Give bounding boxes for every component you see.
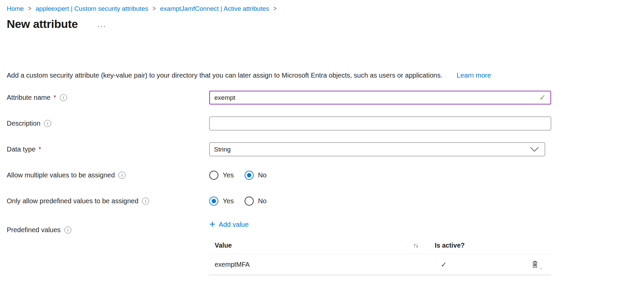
radio-selected-icon[interactable] xyxy=(245,171,254,180)
trash-icon xyxy=(532,261,538,268)
breadcrumb-separator-icon: > xyxy=(28,4,31,14)
only-predefined-yes-option[interactable]: Yes xyxy=(209,197,234,206)
allow-multiple-label: Allow multiple values to be assigned xyxy=(7,171,115,179)
active-check-icon: ✓ xyxy=(435,261,532,269)
info-icon[interactable]: i xyxy=(118,172,126,179)
intro-row: Add a custom security attribute (key-val… xyxy=(7,72,644,79)
add-value-label: Add value xyxy=(219,221,249,228)
chevron-down-icon xyxy=(530,147,539,152)
attribute-name-label-group: Attribute name * i xyxy=(7,94,209,101)
intro-text: Add a custom security attribute (key-val… xyxy=(7,72,442,79)
only-predefined-label-group: Only allow predefined values to be assig… xyxy=(7,197,209,205)
radio-no-label: No xyxy=(258,171,267,179)
description-row: Description i xyxy=(7,117,644,130)
title-row: New attribute ··· xyxy=(7,17,644,31)
data-type-selected-value: String xyxy=(214,146,231,153)
description-control xyxy=(209,117,551,130)
allow-multiple-radio-group: Yes No xyxy=(209,171,551,180)
breadcrumb-home[interactable]: Home xyxy=(7,5,24,13)
breadcrumb-separator-icon: > xyxy=(274,4,277,14)
page-title: New attribute xyxy=(7,17,78,31)
description-label-group: Description i xyxy=(7,120,209,127)
data-type-label: Data type xyxy=(7,145,36,153)
only-predefined-control: Yes No xyxy=(209,197,551,206)
trailing-mark: , xyxy=(540,265,542,268)
radio-yes-label: Yes xyxy=(223,171,234,179)
breadcrumb-separator-icon: > xyxy=(152,4,155,14)
data-type-row: Data type * String xyxy=(7,142,644,156)
allow-multiple-row: Allow multiple values to be assigned i Y… xyxy=(7,168,644,182)
info-icon[interactable]: i xyxy=(44,120,51,127)
radio-yes-label: Yes xyxy=(223,197,234,205)
predefined-values-row: Predefined values i + Add value Value ↑↓… xyxy=(7,220,644,275)
predefined-values-label: Predefined values xyxy=(7,226,61,234)
only-predefined-radio-group: Yes No xyxy=(209,197,551,206)
breadcrumb-custom-security-attributes[interactable]: appleexpert | Custom security attributes xyxy=(36,5,148,13)
table-row: exemptMFA ✓ xyxy=(209,254,551,275)
delete-value-button[interactable] xyxy=(532,261,538,268)
radio-unselected-icon[interactable] xyxy=(209,171,218,180)
learn-more-link[interactable]: Learn more xyxy=(457,72,491,79)
required-asterisk: * xyxy=(53,94,56,101)
attribute-name-label: Attribute name xyxy=(7,94,50,101)
info-icon[interactable]: i xyxy=(64,226,71,234)
radio-unselected-icon[interactable] xyxy=(245,197,254,206)
is-active-column-header: Is active? xyxy=(435,242,532,249)
info-icon[interactable]: i xyxy=(142,198,149,205)
attribute-name-input[interactable] xyxy=(209,91,551,104)
new-attribute-page: Home > appleexpert | Custom security att… xyxy=(0,0,644,297)
add-value-button[interactable]: + Add value xyxy=(209,220,249,229)
row-actions-cell: , xyxy=(532,261,551,268)
predefined-values-control: + Add value Value ↑↓ Is active? exemptMF… xyxy=(209,220,551,275)
attribute-form: Attribute name * i ✓ Description i Data … xyxy=(7,91,644,275)
allow-multiple-no-option[interactable]: No xyxy=(245,171,267,180)
table-header-row: Value ↑↓ Is active? xyxy=(209,237,551,254)
attribute-name-row: Attribute name * i ✓ xyxy=(7,91,644,104)
data-type-control: String xyxy=(209,142,551,156)
data-type-label-group: Data type * xyxy=(7,145,209,153)
allow-multiple-yes-option[interactable]: Yes xyxy=(209,171,234,180)
predefined-values-label-group: Predefined values i xyxy=(7,220,209,234)
only-predefined-row: Only allow predefined values to be assig… xyxy=(7,194,644,208)
required-asterisk: * xyxy=(39,145,41,153)
allow-multiple-control: Yes No xyxy=(209,171,551,180)
breadcrumb: Home > appleexpert | Custom security att… xyxy=(7,5,644,13)
allow-multiple-label-group: Allow multiple values to be assigned i xyxy=(7,171,209,179)
sort-icon[interactable]: ↑↓ xyxy=(413,242,435,249)
breadcrumb-active-attributes[interactable]: examptJamfConnect | Active attributes xyxy=(160,5,269,13)
value-column-header: Value xyxy=(209,242,413,249)
predefined-values-table: Value ↑↓ Is active? exemptMFA ✓ xyxy=(209,237,551,275)
description-input[interactable] xyxy=(209,117,551,130)
plus-icon: + xyxy=(209,220,215,229)
more-commands-icon[interactable]: ··· xyxy=(97,18,106,30)
radio-no-label: No xyxy=(258,197,267,205)
valid-check-icon: ✓ xyxy=(539,93,546,102)
only-predefined-label: Only allow predefined values to be assig… xyxy=(7,197,138,205)
description-label: Description xyxy=(7,120,40,127)
data-type-dropdown[interactable]: String xyxy=(209,142,545,156)
only-predefined-no-option[interactable]: No xyxy=(245,197,267,206)
radio-selected-icon[interactable] xyxy=(209,197,218,206)
info-icon[interactable]: i xyxy=(60,94,67,101)
predefined-value-cell: exemptMFA xyxy=(209,261,413,268)
attribute-name-control: ✓ xyxy=(209,91,551,104)
